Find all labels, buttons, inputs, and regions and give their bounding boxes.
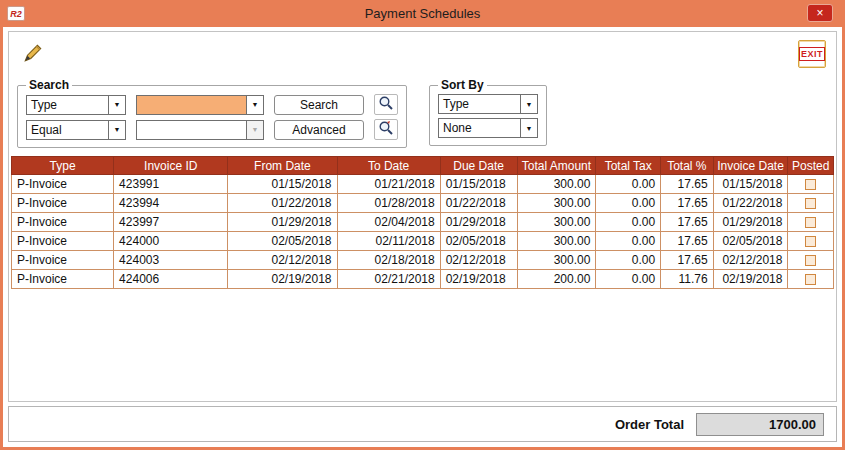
chevron-down-icon[interactable]: ▼	[108, 121, 125, 139]
search-criteria-combo[interactable]: ▼	[136, 95, 264, 115]
col-header-type[interactable]: Type	[12, 157, 114, 175]
cell-total-tax: 0.00	[596, 232, 661, 251]
posted-checkbox[interactable]	[805, 236, 816, 247]
titlebar: R2 Payment Schedules ×	[3, 0, 842, 27]
col-header-due-date[interactable]: Due Date	[440, 157, 517, 175]
cell-invoice-id: 423991	[114, 175, 228, 194]
invoice-table: Type Invoice ID From Date To Date Due Da…	[11, 156, 834, 289]
cell-to-date: 02/18/2018	[337, 251, 440, 270]
table-row[interactable]: P-Invoice 423991 01/15/2018 01/21/2018 0…	[12, 175, 834, 194]
advanced-search-button[interactable]	[374, 119, 398, 140]
order-total-value: 1700.00	[769, 417, 816, 432]
advanced-button[interactable]: Advanced	[274, 120, 364, 140]
search-magnifier-button[interactable]	[374, 94, 398, 115]
cell-posted	[788, 194, 834, 213]
sort-primary-combo[interactable]: Type ▼	[438, 94, 538, 114]
cell-invoice-date: 02/19/2018	[713, 270, 788, 289]
col-header-total-tax[interactable]: Total Tax	[596, 157, 661, 175]
table-row[interactable]: P-Invoice 423994 01/22/2018 01/28/2018 0…	[12, 194, 834, 213]
pencil-icon	[22, 42, 44, 67]
cell-due-date: 02/05/2018	[440, 232, 517, 251]
cell-due-date: 02/19/2018	[440, 270, 517, 289]
col-header-posted[interactable]: Posted	[788, 157, 834, 175]
cell-posted	[788, 270, 834, 289]
footer-panel: Order Total 1700.00	[8, 406, 837, 442]
chevron-down-icon: ▼	[246, 121, 263, 139]
posted-checkbox[interactable]	[805, 217, 816, 228]
col-header-from-date[interactable]: From Date	[228, 157, 337, 175]
col-header-invoice-date[interactable]: Invoice Date	[713, 157, 788, 175]
cell-total-tax: 0.00	[596, 175, 661, 194]
cell-type: P-Invoice	[12, 175, 114, 194]
posted-checkbox[interactable]	[805, 255, 816, 266]
window-title: Payment Schedules	[3, 6, 842, 21]
cell-type: P-Invoice	[12, 213, 114, 232]
cell-invoice-date: 02/05/2018	[713, 232, 788, 251]
order-total-field: 1700.00	[696, 413, 824, 436]
order-total-label: Order Total	[615, 417, 684, 432]
filters-row: Search Type ▼ ▼ Search	[9, 78, 836, 150]
cell-from-date: 01/15/2018	[228, 175, 337, 194]
cell-total-tax: 0.00	[596, 251, 661, 270]
chevron-down-icon[interactable]: ▼	[246, 96, 263, 114]
search-field-combo[interactable]: Type ▼	[26, 95, 126, 115]
cell-posted	[788, 251, 834, 270]
cell-from-date: 02/12/2018	[228, 251, 337, 270]
cell-posted	[788, 213, 834, 232]
chevron-down-icon[interactable]: ▼	[520, 119, 537, 137]
cell-total-amount: 300.00	[517, 194, 596, 213]
cell-due-date: 01/29/2018	[440, 213, 517, 232]
cell-total-tax: 0.00	[596, 270, 661, 289]
sort-secondary-combo[interactable]: None ▼	[438, 118, 538, 138]
close-button[interactable]: ×	[807, 4, 833, 22]
cell-total-pct: 17.65	[661, 251, 714, 270]
table-header-row: Type Invoice ID From Date To Date Due Da…	[12, 157, 834, 175]
search-criteria2-value	[137, 121, 246, 139]
cell-invoice-id: 424003	[114, 251, 228, 270]
search-criteria-value	[137, 96, 246, 114]
col-header-total-amount[interactable]: Total Amount	[517, 157, 596, 175]
chevron-down-icon[interactable]: ▼	[108, 96, 125, 114]
cell-invoice-date: 01/22/2018	[713, 194, 788, 213]
cell-total-amount: 200.00	[517, 270, 596, 289]
cell-invoice-id: 424006	[114, 270, 228, 289]
cell-total-amount: 300.00	[517, 232, 596, 251]
posted-checkbox[interactable]	[805, 274, 816, 285]
sort-secondary-value: None	[439, 119, 520, 137]
sort-primary-value: Type	[439, 95, 520, 113]
search-operator-combo[interactable]: Equal ▼	[26, 120, 126, 140]
table-row[interactable]: P-Invoice 424000 02/05/2018 02/11/2018 0…	[12, 232, 834, 251]
col-header-to-date[interactable]: To Date	[337, 157, 440, 175]
cell-total-tax: 0.00	[596, 213, 661, 232]
cell-to-date: 01/21/2018	[337, 175, 440, 194]
table-row[interactable]: P-Invoice 423997 01/29/2018 02/04/2018 0…	[12, 213, 834, 232]
search-criteria2-combo: ▼	[136, 120, 264, 140]
cell-to-date: 01/28/2018	[337, 194, 440, 213]
cell-type: P-Invoice	[12, 194, 114, 213]
posted-checkbox[interactable]	[805, 198, 816, 209]
col-header-invoice-id[interactable]: Invoice ID	[114, 157, 228, 175]
search-operator-value: Equal	[27, 121, 108, 139]
cell-total-tax: 0.00	[596, 194, 661, 213]
cell-total-amount: 300.00	[517, 213, 596, 232]
cell-from-date: 01/29/2018	[228, 213, 337, 232]
cell-type: P-Invoice	[12, 251, 114, 270]
table-row[interactable]: P-Invoice 424006 02/19/2018 02/21/2018 0…	[12, 270, 834, 289]
cell-invoice-date: 02/12/2018	[713, 251, 788, 270]
edit-button[interactable]	[17, 38, 49, 70]
cell-total-amount: 300.00	[517, 251, 596, 270]
chevron-down-icon[interactable]: ▼	[520, 95, 537, 113]
cell-invoice-date: 01/15/2018	[713, 175, 788, 194]
cell-total-pct: 11.76	[661, 270, 714, 289]
payment-schedules-window: R2 Payment Schedules × EXIT	[0, 0, 845, 450]
search-group: Search Type ▼ ▼ Search	[17, 78, 407, 148]
cell-total-amount: 300.00	[517, 175, 596, 194]
search-field-value: Type	[27, 96, 108, 114]
table-row[interactable]: P-Invoice 424003 02/12/2018 02/18/2018 0…	[12, 251, 834, 270]
sort-group: Sort By Type ▼ None ▼	[429, 78, 547, 146]
posted-checkbox[interactable]	[805, 179, 816, 190]
exit-button[interactable]: EXIT	[798, 40, 826, 68]
search-button[interactable]: Search	[274, 95, 364, 115]
col-header-total-pct[interactable]: Total %	[661, 157, 714, 175]
toolbar: EXIT	[9, 32, 836, 78]
